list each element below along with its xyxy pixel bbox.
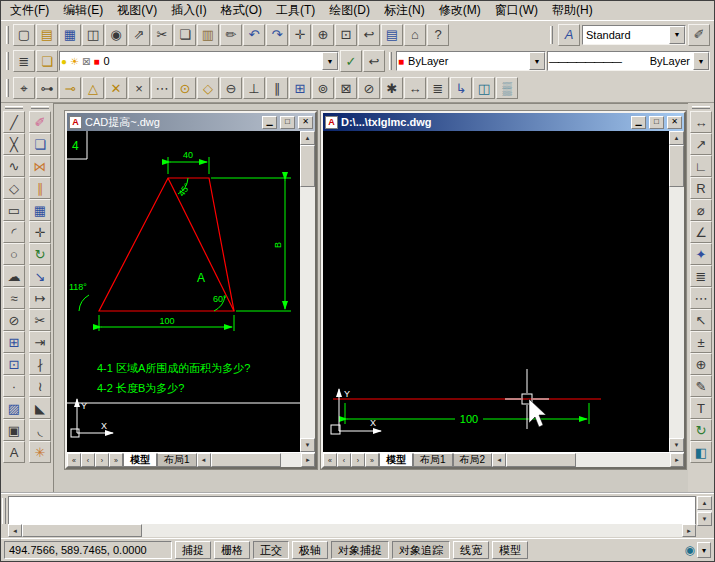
snap-status-toggle[interactable]: 捕捉	[175, 541, 211, 559]
toolbar-grip[interactable]	[692, 106, 710, 109]
osnap-status-toggle[interactable]: 对象捕捉	[331, 541, 389, 559]
dim-aligned-button[interactable]: ↗	[690, 133, 712, 155]
command-vertical-scrollbar[interactable]: ▲ ▼	[697, 496, 712, 526]
scroll-thumb[interactable]	[506, 453, 576, 467]
model-status-toggle[interactable]: 模型	[492, 541, 528, 559]
command-history[interactable]: 命令: 命令: _.erase 找到 1 个	[8, 496, 696, 526]
lwt-status-toggle[interactable]: 线宽	[453, 541, 489, 559]
scroll-down-icon[interactable]: ▼	[300, 438, 315, 452]
plot-button[interactable]: ◫	[82, 24, 104, 46]
zoom-previous-button[interactable]: ↩	[358, 24, 380, 46]
layer-lock-icon[interactable]: ⊠	[82, 56, 90, 67]
break-at-point-button[interactable]: ∤	[29, 353, 51, 375]
toolbar-grip[interactable]	[6, 26, 9, 44]
center-mark-button[interactable]: ⊕	[690, 353, 712, 375]
pan-realtime-button[interactable]: ✛	[289, 24, 311, 46]
maximize-button[interactable]: □	[280, 116, 295, 129]
scale-button[interactable]: ↘	[29, 265, 51, 287]
make-object-layer-current-button[interactable]: ✓	[340, 50, 362, 72]
designcenter-button[interactable]: ⌂	[404, 24, 426, 46]
toolbar-grip[interactable]	[31, 106, 49, 109]
scroll-thumb[interactable]	[669, 145, 684, 187]
erase-button[interactable]: ✐	[29, 111, 51, 133]
command-horizontal-scrollbar[interactable]: ◄ ►	[8, 524, 696, 537]
menu-item[interactable]: 文件(F)	[3, 0, 56, 21]
line-button[interactable]: ╱	[3, 111, 25, 133]
snap-endpoint-button[interactable]: ⊸	[59, 77, 81, 99]
combo-arrow-icon[interactable]: ▼	[529, 52, 545, 70]
combo-arrow-icon[interactable]: ▼	[322, 52, 338, 70]
snap-intersection-button[interactable]: ✕	[105, 77, 127, 99]
scroll-left-icon[interactable]: ◄	[8, 524, 22, 537]
match-properties-button[interactable]: ✏	[220, 24, 242, 46]
new-file-button[interactable]: ▢	[13, 24, 35, 46]
window-titlebar[interactable]: A D:\...\txlglmc.dwg ▁ □ ✕	[323, 113, 684, 131]
tab-last-icon[interactable]: »	[365, 453, 379, 467]
horizontal-scrollbar[interactable]: ◄ ►	[492, 453, 684, 467]
explode-button[interactable]: ✳	[29, 441, 51, 463]
layer-thaw-sun-icon[interactable]: ☀	[70, 56, 79, 67]
menu-item[interactable]: 格式(O)	[214, 0, 269, 21]
snap-quadrant-button[interactable]: ◇	[197, 77, 219, 99]
tab-first-icon[interactable]: «	[67, 453, 81, 467]
close-button[interactable]: ✕	[667, 116, 682, 129]
dim-linear-button[interactable]: ↔	[690, 111, 712, 133]
scroll-thumb[interactable]	[300, 145, 315, 187]
toolbar-grip[interactable]	[6, 52, 9, 70]
copy-clip-button[interactable]: ❏	[174, 24, 196, 46]
tolerance-button[interactable]: ±	[690, 331, 712, 353]
tab-prev-icon[interactable]: ‹	[81, 453, 95, 467]
dim-update-button[interactable]: ↻	[690, 419, 712, 441]
scroll-thumb[interactable]	[22, 524, 142, 537]
dim-radius-button[interactable]: R	[690, 177, 712, 199]
move-button[interactable]: ✛	[29, 221, 51, 243]
zoom-realtime-button[interactable]: ⊕	[312, 24, 334, 46]
snap-perpendicular-button[interactable]: ⊥	[243, 77, 265, 99]
temporary-track-point-button[interactable]: ⌖	[13, 77, 35, 99]
inquiry-list-button[interactable]: ≣	[427, 77, 449, 99]
polygon-button[interactable]: ◇	[3, 177, 25, 199]
snap-nearest-button[interactable]: ⊠	[335, 77, 357, 99]
horizontal-scrollbar[interactable]: ◄ ►	[197, 453, 315, 467]
dim-ordinate-button[interactable]: ∟	[690, 155, 712, 177]
scroll-left-icon[interactable]: ◄	[492, 453, 506, 467]
dwg-file-icon[interactable]: A	[325, 116, 338, 129]
scroll-up-icon[interactable]: ▲	[300, 131, 315, 145]
point-button[interactable]: ∙	[3, 375, 25, 397]
menu-item[interactable]: 绘图(D)	[322, 0, 377, 21]
offset-button[interactable]: ∥	[29, 177, 51, 199]
text-style-combo[interactable]: Standard ▼	[582, 25, 686, 45]
dim-baseline-button[interactable]: ≣	[690, 265, 712, 287]
toolbar-grip[interactable]	[550, 26, 553, 44]
menu-item[interactable]: 标注(N)	[377, 0, 432, 21]
minimize-button[interactable]: ▁	[262, 116, 277, 129]
snap-from-button[interactable]: ⊶	[36, 77, 58, 99]
mirror-button[interactable]: ⋈	[29, 155, 51, 177]
viewports-button[interactable]: ▒	[496, 77, 518, 99]
model-tab[interactable]: 模型	[379, 453, 413, 467]
menu-item[interactable]: 工具(T)	[269, 0, 322, 21]
layer-color-swatch-icon[interactable]: ■	[93, 56, 99, 67]
menu-item[interactable]: 视图(V)	[110, 0, 164, 21]
hatch-button[interactable]: ▨	[3, 397, 25, 419]
otrack-status-toggle[interactable]: 对象追踪	[392, 541, 450, 559]
text-style-button[interactable]: A	[558, 24, 580, 46]
zoom-window-button[interactable]: ⊡	[335, 24, 357, 46]
paste-clip-button[interactable]: ▥	[197, 24, 219, 46]
properties-button[interactable]: ▤	[381, 24, 403, 46]
snap-apparent-intersection-button[interactable]: ×	[128, 77, 150, 99]
construction-line-button[interactable]: ╳	[3, 133, 25, 155]
dim-style-button[interactable]: ◧	[690, 441, 712, 463]
ellipse-button[interactable]: ⊘	[3, 309, 25, 331]
array-button[interactable]: ▦	[29, 199, 51, 221]
open-file-button[interactable]: ▤	[36, 24, 58, 46]
publish-button[interactable]: ⇗	[128, 24, 150, 46]
insert-block-button[interactable]: ⊞	[3, 331, 25, 353]
dim-angular-button[interactable]: ∠	[690, 221, 712, 243]
scroll-thumb[interactable]	[211, 453, 281, 467]
snap-extension-button[interactable]: ⋯	[151, 77, 173, 99]
extend-button[interactable]: ⇥	[29, 331, 51, 353]
plot-preview-button[interactable]: ◉	[105, 24, 127, 46]
scroll-right-icon[interactable]: ►	[301, 453, 315, 467]
break-button[interactable]: ≀	[29, 375, 51, 397]
